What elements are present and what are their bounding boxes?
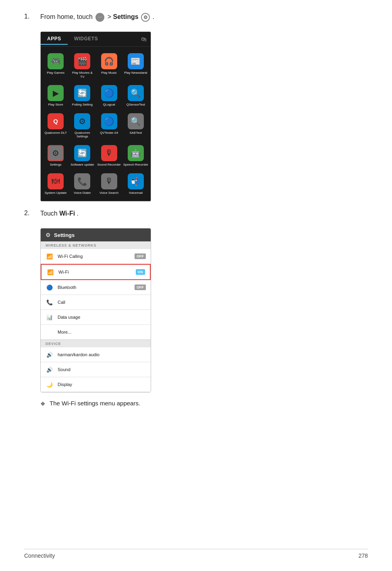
settings-item-more[interactable]: More... bbox=[41, 325, 151, 340]
app-play-music-icon: 🎧 bbox=[101, 53, 117, 69]
page-footer: Connectivity 278 bbox=[24, 549, 368, 559]
bullet-note-row: ❖ The Wi-Fi settings menu appears. bbox=[40, 400, 368, 407]
app-polling-setting: 🔄 Polling Setting bbox=[69, 82, 95, 110]
app-sound-recorder: 🎙 Sound Recorder bbox=[96, 142, 122, 170]
device-section-label: DEVICE bbox=[41, 340, 151, 347]
step-2-suffix: . bbox=[77, 210, 79, 217]
settings-item-harman[interactable]: 🔊 harman/kardon audio bbox=[41, 347, 151, 362]
app-software-update-icon: 🔄 bbox=[74, 145, 90, 161]
sound-label: Sound bbox=[58, 367, 146, 372]
settings-item-call[interactable]: 📞 Call bbox=[41, 295, 151, 310]
app-software-update-label: Software update bbox=[71, 163, 94, 167]
apps-screenshot: APPS WIDGETS 🛍 🎮 Play Games 🎬 Play Movie… bbox=[40, 31, 151, 201]
wifi-calling-label: Wi-Fi Calling bbox=[58, 254, 135, 259]
app-qvtester: 🔵 QVTester-04 bbox=[96, 110, 122, 142]
page-content: 1. From home, touch ⋯ > Settings ⚙ . APP… bbox=[0, 0, 392, 438]
app-play-newsstand-icon: 📰 bbox=[128, 53, 144, 69]
app-system-update: 🍽 System Update bbox=[42, 170, 69, 198]
app-qualcomm-dlt-label: Qualcomm DLT bbox=[44, 131, 66, 135]
step-1-middle: > bbox=[108, 13, 113, 20]
gear-inline-icon: ⚙ bbox=[141, 13, 150, 22]
call-label: Call bbox=[58, 300, 146, 305]
settings-gear-icon: ⚙ bbox=[46, 232, 51, 238]
app-qlogcat-icon: 🔵 bbox=[101, 85, 117, 101]
app-voice-search: 🎙 Voice Search bbox=[96, 170, 122, 198]
step-1-number: 1. bbox=[24, 12, 40, 20]
apps-tab-right: 🛍 bbox=[141, 33, 151, 45]
bluetooth-toggle[interactable]: OFF bbox=[135, 284, 146, 290]
app-speech-recorder-label: Speech Recorder bbox=[123, 163, 148, 167]
app-saetest-label: SAETest bbox=[130, 131, 142, 135]
app-qvtester-label: QVTester-04 bbox=[100, 131, 118, 135]
display-label: Display bbox=[58, 382, 146, 387]
app-play-games: 🎮 Play Games bbox=[42, 50, 69, 82]
app-play-newsstand-label: Play Newsstand bbox=[124, 71, 147, 75]
settings-header: ⚙ Settings bbox=[41, 228, 151, 241]
app-play-games-label: Play Games bbox=[47, 71, 64, 75]
app-qualcomm-settings: ⚙ Qualcomm Settings bbox=[69, 110, 95, 142]
store-icon: 🛍 bbox=[141, 36, 147, 42]
call-icon: 📞 bbox=[46, 298, 54, 306]
app-play-movies-label: Play Movies & TV bbox=[70, 71, 95, 79]
app-system-update-label: System Update bbox=[45, 191, 67, 195]
step-2-wifi-label: Wi-Fi bbox=[59, 210, 75, 217]
app-voicemail-icon: 📬 bbox=[128, 173, 144, 189]
step-2-row: 2. Touch Wi-Fi . bbox=[24, 209, 368, 218]
app-system-update-icon: 🍽 bbox=[48, 173, 64, 189]
apps-inline-icon: ⋯ bbox=[95, 13, 104, 22]
app-qualcomm-settings-label: Qualcomm Settings bbox=[70, 131, 95, 139]
app-voice-search-label: Voice Search bbox=[100, 191, 118, 195]
settings-screenshot: ⚙ Settings WIRELESS & NETWORKS 📶 Wi-Fi C… bbox=[40, 228, 151, 392]
app-sound-recorder-label: Sound Recorder bbox=[97, 163, 120, 167]
app-voicemail: 📬 Voicemail bbox=[122, 170, 149, 198]
app-qlogcat: 🔵 QLogcat bbox=[96, 82, 122, 110]
app-saetest-icon: 🔍 bbox=[128, 113, 144, 129]
wifi-icon: 📶 bbox=[46, 268, 54, 276]
wifi-toggle[interactable]: ON bbox=[136, 269, 145, 275]
footer-right: 278 bbox=[359, 552, 368, 559]
settings-item-wifi[interactable]: 📶 Wi-Fi ON bbox=[41, 264, 151, 280]
wireless-networks-section-label: WIRELESS & NETWORKS bbox=[41, 241, 151, 249]
step-2-prefix: Touch bbox=[40, 210, 59, 217]
app-play-newsstand: 📰 Play Newsstand bbox=[122, 50, 149, 82]
step-2-text: Touch Wi-Fi . bbox=[40, 209, 79, 218]
bluetooth-icon: 🔵 bbox=[46, 283, 54, 291]
settings-item-display[interactable]: 🌙 Display bbox=[41, 377, 151, 392]
app-play-store: ▶ Play Store bbox=[42, 82, 69, 110]
step-1-text: From home, touch ⋯ > Settings ⚙ . bbox=[40, 12, 154, 22]
app-play-music: 🎧 Play Music bbox=[96, 50, 122, 82]
app-speech-recorder: 🤖 Speech Recorder bbox=[122, 142, 149, 170]
app-software-update: 🔄 Software update bbox=[69, 142, 95, 170]
more-icon bbox=[46, 328, 54, 336]
wifi-label: Wi-Fi bbox=[58, 270, 136, 274]
app-qsensor-icon: 🔍 bbox=[128, 85, 144, 101]
bullet-text: The Wi-Fi settings menu appears. bbox=[50, 400, 140, 407]
settings-item-bluetooth[interactable]: 🔵 Bluetooth OFF bbox=[41, 280, 151, 295]
bluetooth-label: Bluetooth bbox=[58, 285, 135, 290]
app-qualcomm-dlt-icon: Q bbox=[48, 113, 64, 129]
app-polling-label: Polling Setting bbox=[72, 103, 93, 107]
wifi-calling-toggle[interactable]: OFF bbox=[135, 253, 146, 259]
app-speech-recorder-icon: 🤖 bbox=[128, 145, 144, 161]
bullet-diamond-icon: ❖ bbox=[40, 401, 46, 407]
app-voicemail-label: Voicemail bbox=[129, 191, 143, 195]
app-qlogcat-label: QLogcat bbox=[103, 103, 115, 107]
app-play-music-label: Play Music bbox=[101, 71, 117, 75]
sound-icon: 🔊 bbox=[46, 365, 54, 374]
apps-tab-widgets: WIDGETS bbox=[68, 33, 105, 45]
display-icon: 🌙 bbox=[46, 380, 54, 388]
settings-item-sound[interactable]: 🔊 Sound bbox=[41, 362, 151, 377]
app-settings-icon: ⚙ bbox=[48, 145, 64, 161]
settings-item-wifi-calling[interactable]: 📶 Wi-Fi Calling OFF bbox=[41, 249, 151, 264]
settings-header-title: Settings bbox=[54, 232, 75, 238]
step-1-prefix: From home, touch bbox=[40, 13, 93, 20]
wifi-calling-icon: 📶 bbox=[46, 252, 54, 260]
footer-left: Connectivity bbox=[24, 552, 55, 559]
app-settings: ⚙ Settings bbox=[42, 142, 69, 170]
settings-item-data-usage[interactable]: 📊 Data usage bbox=[41, 310, 151, 325]
data-usage-icon: 📊 bbox=[46, 313, 54, 321]
harman-label: harman/kardon audio bbox=[58, 352, 146, 357]
apps-grid: 🎮 Play Games 🎬 Play Movies & TV 🎧 Play M… bbox=[41, 47, 151, 201]
app-play-store-label: Play Store bbox=[48, 103, 63, 107]
app-play-games-icon: 🎮 bbox=[48, 53, 64, 69]
